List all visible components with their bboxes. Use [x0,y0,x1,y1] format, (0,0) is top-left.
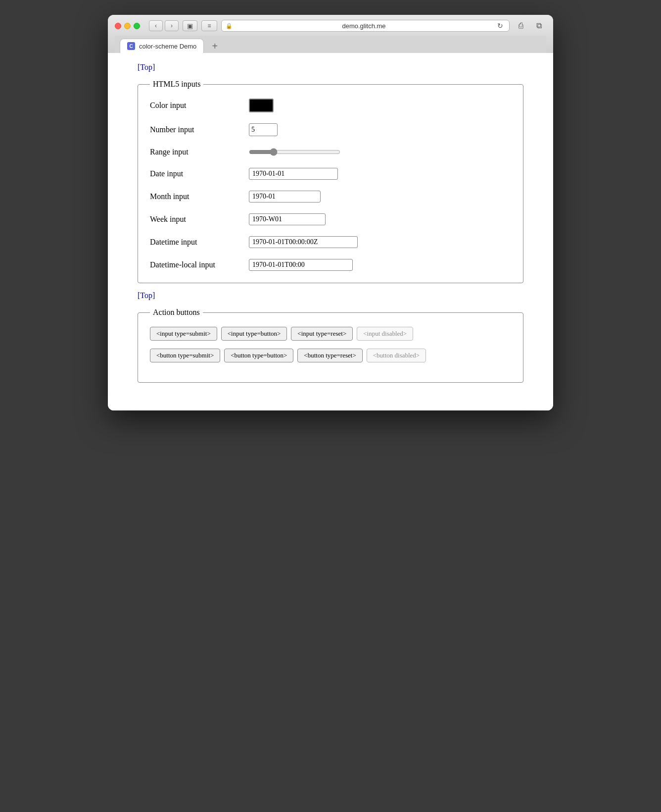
forward-button[interactable]: › [165,20,179,31]
lock-icon: 🔒 [226,23,233,29]
button-submit-button[interactable]: <button type=submit> [150,349,220,362]
html5-inputs-legend: HTML5 inputs [150,80,203,89]
new-tab-icon: ⧉ [536,21,542,30]
traffic-lights [115,23,140,29]
input-button-button[interactable]: <input type=button> [221,327,287,341]
week-input-row: Week input [150,213,511,225]
input-buttons-row: <input type=submit> <input type=button> … [150,327,511,341]
input-disabled-button: <input disabled> [357,327,413,341]
input-submit-button[interactable]: <input type=submit> [150,327,217,341]
range-input[interactable] [249,147,340,157]
tab-label: color-scheme Demo [139,43,196,50]
color-input-row: Color input [150,99,511,112]
date-input-row: Date input [150,168,511,180]
new-tab-button[interactable]: ⧉ [531,20,546,31]
html5-inputs-fieldset: HTML5 inputs Color input Number input Ra… [138,80,523,283]
date-input[interactable] [249,168,338,180]
close-button[interactable] [115,23,121,29]
share-icon: ⎙ [519,21,523,30]
input-reset-button[interactable]: <input type=reset> [291,327,353,341]
datetime-local-input-label: Datetime-local input [150,260,249,269]
datetime-input-label: Datetime input [150,238,249,247]
browser-window: ‹ › ▣ ≡ 🔒 demo.glitch.me ↻ ⎙ [108,15,553,410]
number-input-row: Number input [150,123,511,136]
title-bar: ‹ › ▣ ≡ 🔒 demo.glitch.me ↻ ⎙ [108,15,553,53]
reload-button[interactable]: ↻ [495,22,505,30]
back-icon: ‹ [155,22,157,29]
sidebar-button[interactable]: ▣ [183,20,197,31]
month-input[interactable] [249,191,321,203]
month-input-row: Month input [150,191,511,203]
tab-favicon: C [127,42,135,50]
color-input[interactable] [249,99,274,112]
add-tab-button[interactable]: + [208,39,222,53]
top-link-2[interactable]: [Top] [138,291,155,300]
minimize-button[interactable] [124,23,131,29]
week-input[interactable] [249,213,326,225]
action-buttons-legend: Action buttons [150,308,203,317]
menu-icon: ≡ [207,22,211,29]
color-input-label: Color input [150,101,249,110]
address-bar[interactable]: 🔒 demo.glitch.me ↻ [221,20,510,32]
month-input-label: Month input [150,192,249,201]
page-content: [Top] HTML5 inputs Color input Number in… [108,53,553,410]
button-buttons-row: <button type=submit> <button type=button… [150,349,511,362]
tab-bar: C color-scheme Demo + [115,36,546,53]
url-text: demo.glitch.me [235,22,493,30]
datetime-local-input[interactable] [249,259,353,271]
active-tab[interactable]: C color-scheme Demo [120,39,204,53]
menu-button[interactable]: ≡ [201,20,217,31]
maximize-button[interactable] [134,23,140,29]
range-input-row: Range input [150,147,511,157]
toolbar-actions: ⎙ ⧉ [514,20,546,31]
range-input-label: Range input [150,148,249,156]
back-button[interactable]: ‹ [149,20,163,31]
datetime-local-input-row: Datetime-local input [150,259,511,271]
datetime-input[interactable] [249,236,358,248]
datetime-input-row: Datetime input [150,236,511,248]
week-input-label: Week input [150,215,249,224]
date-input-label: Date input [150,169,249,178]
action-buttons-fieldset: Action buttons <input type=submit> <inpu… [138,308,523,383]
sidebar-icon: ▣ [187,22,193,30]
forward-icon: › [171,22,173,29]
share-button[interactable]: ⎙ [514,20,528,31]
top-link-1[interactable]: [Top] [138,63,155,72]
button-button-button[interactable]: <button type=button> [224,349,293,362]
button-disabled-button: <button disabled> [367,349,426,362]
number-input-label: Number input [150,125,249,134]
number-input[interactable] [249,123,278,136]
button-reset-button[interactable]: <button type=reset> [297,349,362,362]
